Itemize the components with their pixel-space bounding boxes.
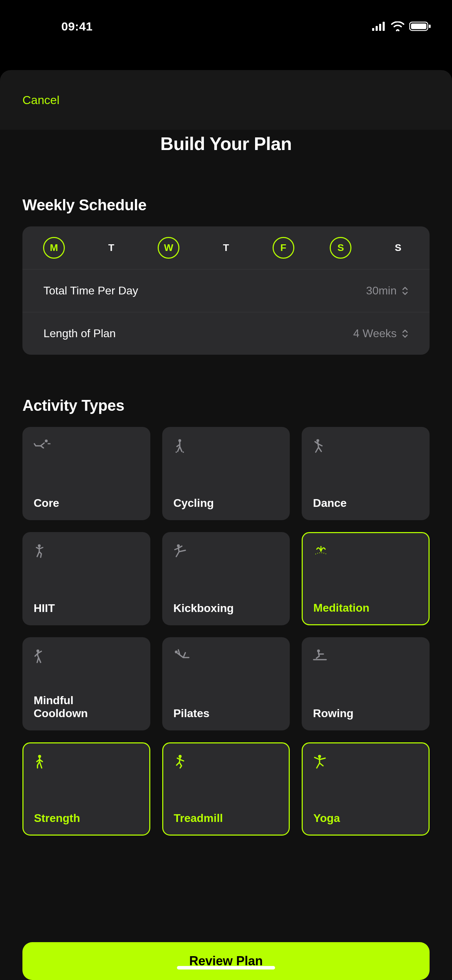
svg-point-18 — [38, 755, 41, 758]
day-toggle-5[interactable]: S — [330, 237, 352, 259]
activity-tile-label: Yoga — [313, 812, 418, 825]
svg-point-7 — [45, 439, 48, 442]
schedule-card: MTWTFSS Total Time Per Day 30min Length … — [22, 226, 430, 355]
svg-rect-0 — [372, 28, 374, 31]
total-time-row[interactable]: Total Time Per Day 30min — [22, 269, 430, 312]
activity-tile-hiit[interactable]: HIIT — [22, 532, 150, 625]
length-of-plan-value: 4 Weeks — [353, 327, 396, 340]
weekly-schedule-heading: Weekly Schedule — [22, 196, 430, 214]
svg-rect-6 — [429, 24, 431, 28]
status-bar: 09:41 — [0, 0, 452, 38]
dance-icon — [313, 439, 419, 453]
cycling-icon — [173, 439, 279, 453]
svg-rect-1 — [376, 26, 378, 31]
activity-tile-yoga[interactable]: Yoga — [302, 742, 430, 835]
svg-point-9 — [178, 439, 181, 442]
activity-tile-cycling[interactable]: Cycling — [162, 427, 290, 520]
svg-point-12 — [317, 439, 319, 442]
svg-point-15 — [37, 649, 39, 652]
svg-point-11 — [183, 452, 184, 453]
activity-tile-label: Kickboxing — [173, 602, 279, 615]
activity-tile-pilates[interactable]: Pilates — [162, 637, 290, 730]
activity-tile-kickboxing[interactable]: Kickboxing — [162, 532, 290, 625]
activity-tile-label: Rowing — [313, 707, 419, 720]
svg-point-10 — [175, 452, 177, 453]
day-toggle-3[interactable]: T — [215, 237, 237, 259]
activity-tile-label: Treadmill — [174, 812, 279, 825]
activity-tile-dance[interactable]: Dance — [302, 427, 430, 520]
activity-tile-label: Pilates — [173, 707, 279, 720]
yoga-icon — [313, 755, 418, 768]
activity-tile-meditation[interactable]: Meditation — [302, 532, 430, 625]
page-title: Build Your Plan — [0, 133, 452, 154]
cancel-button[interactable]: Cancel — [22, 93, 60, 107]
svg-point-20 — [318, 755, 321, 758]
activity-tile-core[interactable]: Core — [22, 427, 150, 520]
length-of-plan-label: Length of Plan — [43, 327, 116, 340]
total-time-label: Total Time Per Day — [43, 284, 138, 297]
meditation-icon — [313, 544, 418, 558]
day-toggle-1[interactable]: T — [100, 237, 122, 259]
svg-point-17 — [317, 649, 320, 652]
activity-tile-treadmill[interactable]: Treadmill — [162, 742, 290, 835]
cellular-icon — [372, 22, 386, 31]
strength-icon — [34, 755, 139, 768]
status-icons — [372, 21, 431, 31]
treadmill-icon — [174, 755, 279, 768]
activity-tile-label: Meditation — [313, 601, 418, 614]
activity-tile-label: Cycling — [173, 497, 279, 510]
day-toggle-2[interactable]: W — [158, 237, 180, 259]
home-indicator — [177, 966, 275, 969]
svg-rect-5 — [411, 24, 427, 29]
activity-types-heading: Activity Types — [22, 397, 430, 414]
day-toggle-0[interactable]: M — [43, 237, 65, 259]
activity-grid: CoreCyclingDanceHIITKickboxingMeditation… — [22, 427, 430, 835]
rowing-icon — [313, 649, 419, 663]
activity-tile-label: Mindful Cooldown — [33, 694, 139, 720]
kickboxing-icon — [173, 544, 279, 558]
core-icon — [33, 439, 139, 453]
activity-tile-label: HIIT — [33, 602, 139, 615]
day-toggle-4[interactable]: F — [272, 237, 294, 259]
status-time: 09:41 — [21, 20, 92, 33]
stepper-icon — [401, 329, 409, 339]
pilates-icon — [173, 649, 279, 663]
wifi-icon — [391, 21, 404, 31]
battery-icon — [409, 21, 431, 31]
cooldown-icon — [33, 649, 139, 663]
svg-rect-3 — [383, 22, 385, 31]
hiit-icon — [33, 544, 139, 558]
day-toggle-6[interactable]: S — [387, 237, 409, 259]
activity-tile-label: Dance — [313, 497, 419, 510]
svg-rect-2 — [379, 24, 381, 31]
activity-tile-strength[interactable]: Strength — [22, 742, 150, 835]
day-row: MTWTFSS — [22, 226, 430, 269]
svg-point-13 — [38, 544, 41, 547]
activity-tile-mindful-cooldown[interactable]: Mindful Cooldown — [22, 637, 150, 730]
activity-tile-label: Core — [33, 497, 139, 510]
total-time-value: 30min — [366, 284, 396, 297]
svg-point-14 — [177, 544, 180, 547]
review-plan-button[interactable]: Review Plan — [22, 942, 430, 980]
svg-point-19 — [179, 755, 181, 758]
activity-tile-rowing[interactable]: Rowing — [302, 637, 430, 730]
length-of-plan-row[interactable]: Length of Plan 4 Weeks — [22, 312, 430, 355]
stepper-icon — [401, 286, 409, 296]
sheet-nav: Cancel — [0, 70, 452, 130]
activity-tile-label: Strength — [34, 812, 139, 825]
